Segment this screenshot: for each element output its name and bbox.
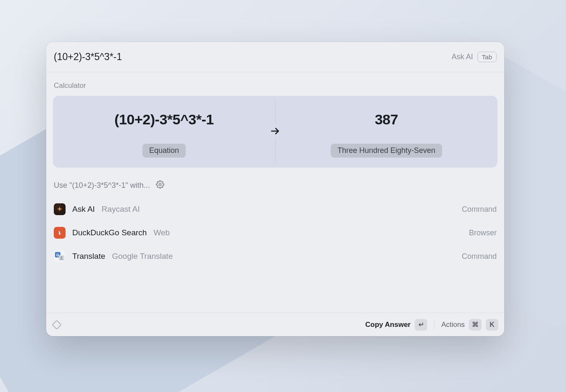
k-key-badge: K	[486, 319, 498, 331]
svg-rect-8	[53, 320, 61, 329]
list-item-translate[interactable]: G文 Translate Google Translate Command	[46, 245, 504, 268]
raycast-window: Ask AI Tab Calculator (10+2)-3*5^3*-1 Eq…	[46, 42, 504, 336]
arrow-right-icon	[267, 123, 284, 139]
calculator-result-card[interactable]: (10+2)-3*5^3*-1 Equation 387 Three Hundr…	[53, 96, 498, 168]
list-item-title: DuckDuckGo Search	[72, 228, 147, 237]
svg-point-1	[159, 184, 161, 186]
list-item-type: Browser	[469, 229, 497, 237]
calculator-equation-side: (10+2)-3*5^3*-1 Equation	[53, 109, 275, 158]
ask-ai-hint[interactable]: Ask AI Tab	[452, 52, 497, 62]
duckduckgo-icon	[54, 227, 66, 239]
result-badge: Three Hundred Eighty-Seven	[331, 144, 442, 158]
svg-text:文: 文	[60, 256, 63, 260]
list-item-subtitle: Web	[153, 228, 170, 237]
list-item-title: Ask AI	[72, 205, 95, 214]
footer-app-icon[interactable]	[52, 320, 361, 329]
use-with-label: Use "(10+2)-3*5^3*-1" with...	[54, 181, 150, 190]
footer-divider	[434, 320, 434, 329]
list-item-subtitle: Google Translate	[112, 252, 173, 261]
list-item-type: Command	[462, 252, 497, 261]
copy-answer-action[interactable]: Copy Answer ↵	[365, 319, 427, 331]
footer: Copy Answer ↵ Actions ⌘ K	[46, 313, 504, 336]
search-bar: Ask AI Tab	[46, 42, 504, 72]
translate-icon: G文	[54, 250, 66, 262]
ask-ai-label: Ask AI	[452, 53, 473, 61]
calculator-result: 387	[375, 111, 398, 128]
copy-answer-label: Copy Answer	[365, 321, 411, 329]
list-item-subtitle: Raycast AI	[102, 205, 140, 214]
calculator-section-label: Calculator	[46, 72, 504, 96]
svg-text:G: G	[56, 253, 59, 257]
calculator-result-side: 387 Three Hundred Eighty-Seven	[275, 109, 498, 158]
calculator-equation: (10+2)-3*5^3*-1	[114, 111, 213, 128]
svg-point-3	[60, 232, 61, 233]
list-item-title: Translate	[72, 252, 105, 261]
use-with-section: Use "(10+2)-3*5^3*-1" with...	[46, 174, 504, 197]
list-item-type: Command	[462, 205, 497, 214]
gear-icon[interactable]	[156, 180, 164, 191]
ask-ai-icon	[54, 203, 66, 215]
equation-badge: Equation	[142, 144, 186, 158]
list-item-ask-ai[interactable]: Ask AI Raycast AI Command	[46, 197, 504, 221]
search-input[interactable]	[54, 51, 452, 63]
actions-menu-button[interactable]: Actions ⌘ K	[441, 319, 498, 331]
enter-key-badge: ↵	[415, 319, 427, 331]
tab-key-badge: Tab	[477, 52, 497, 62]
actions-label: Actions	[441, 321, 465, 329]
list-item-duckduckgo[interactable]: DuckDuckGo Search Web Browser	[46, 221, 504, 245]
content-area: Calculator (10+2)-3*5^3*-1 Equation 387 …	[46, 72, 504, 313]
cmd-key-badge: ⌘	[469, 319, 482, 331]
